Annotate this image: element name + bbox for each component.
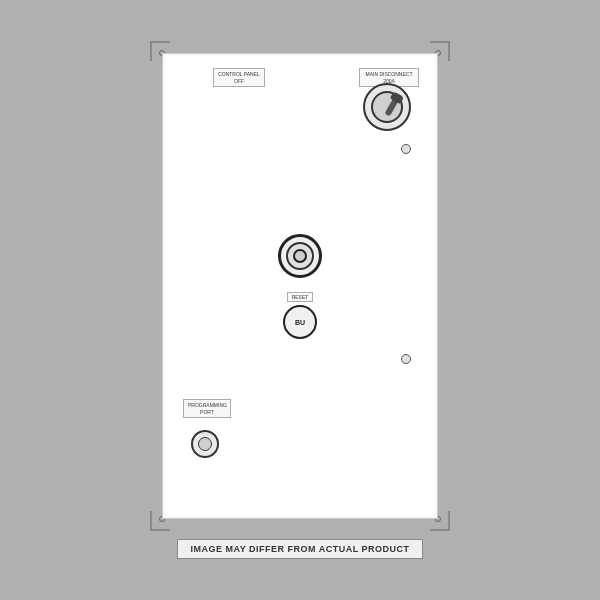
rotary-switch[interactable] [361, 76, 413, 138]
control-panel-label-text: CONTROL PANEL OFF [218, 71, 260, 84]
rotary-handle [384, 96, 399, 116]
key-switch[interactable] [278, 234, 322, 278]
disclaimer-box: IMAGE MAY DIFFER FROM ACTUAL PRODUCT [177, 539, 422, 559]
rotary-outer-ring [363, 83, 411, 131]
disclaimer-text: IMAGE MAY DIFFER FROM ACTUAL PRODUCT [190, 544, 409, 554]
reset-label-text: RESET [292, 294, 309, 300]
reset-label: RESET [287, 292, 314, 302]
reset-button[interactable]: BU [283, 305, 317, 339]
key-center [293, 249, 307, 263]
programming-port-connector[interactable] [191, 430, 219, 458]
reset-area: RESET BU [283, 292, 317, 339]
screw-right-mid [401, 144, 411, 154]
programming-port-label: PROGRAMMING PORT [183, 399, 231, 418]
key-inner-ring [286, 242, 314, 270]
programming-port-label-text: PROGRAMMING PORT [188, 402, 227, 415]
screw-mid-right [401, 354, 411, 364]
rotary-inner-ring [371, 91, 403, 123]
port-inner [198, 437, 212, 451]
key-outer-ring [278, 234, 322, 278]
control-panel-label: CONTROL PANEL OFF [213, 68, 265, 87]
page-container: CONTROL PANEL OFF MAIN DISCONNECT 200A [150, 41, 450, 559]
panel-wrapper: CONTROL PANEL OFF MAIN DISCONNECT 200A [150, 41, 450, 531]
reset-button-text: BU [295, 319, 305, 326]
main-panel: CONTROL PANEL OFF MAIN DISCONNECT 200A [162, 53, 438, 519]
